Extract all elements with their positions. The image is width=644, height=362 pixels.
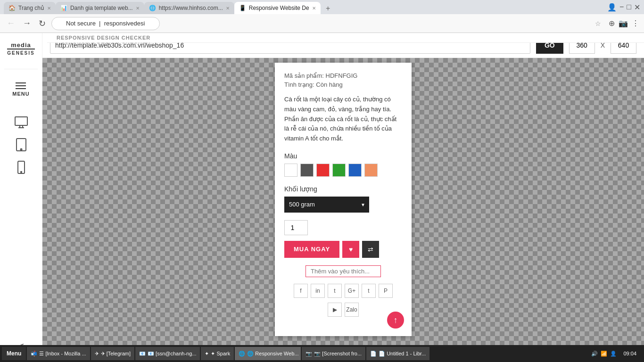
hamburger-line-1 bbox=[16, 82, 26, 83]
tab-favicon: 🏠 bbox=[8, 5, 16, 11]
maximize-button[interactable]: □ bbox=[627, 3, 631, 11]
quantity-input[interactable] bbox=[284, 220, 308, 235]
tab-trang-chu[interactable]: 🏠 Trang chủ ✕ bbox=[4, 2, 56, 14]
new-tab-button[interactable]: + bbox=[322, 3, 334, 14]
address-bar: ← → ↻ 🔒 ☆ ⊕ 📷 ⋮ bbox=[0, 14, 644, 33]
tab-hinhso[interactable]: 🌐 https://www.hinhso.com... ✕ bbox=[144, 2, 234, 14]
checker-brand-bar: RESPONSIVE DESIGN CHECKER bbox=[47, 33, 644, 43]
tab-close-3[interactable]: ✕ bbox=[226, 6, 230, 11]
taskbar-btn-inbox[interactable]: 📬 ☰ [Inbox - Mozilla ... bbox=[27, 347, 90, 360]
toolbar-icons: ⊕ 📷 ⋮ bbox=[609, 19, 639, 28]
taskbar: Menu 📬 ☰ [Inbox - Mozilla ... ✈ ✈ [Teleg… bbox=[0, 345, 644, 362]
address-wrapper: 🔒 ☆ bbox=[51, 17, 605, 30]
taskbar-responsive-icon: 🌐 bbox=[239, 351, 245, 357]
sys-icon-3: 👤 bbox=[610, 351, 617, 357]
back-button[interactable]: ← bbox=[5, 17, 17, 29]
browser-title-bar: 🏠 Trang chủ ✕ 📊 Danh gia template web...… bbox=[0, 0, 644, 14]
compare-button[interactable]: ⇄ bbox=[362, 241, 379, 258]
color-red[interactable] bbox=[316, 164, 330, 177]
close-button[interactable]: ✕ bbox=[634, 3, 640, 12]
content-area: RESPONSIVE DESIGN CHECKER GO X Mã sản ph… bbox=[42, 33, 644, 362]
tab-label-2: Danh gia template web... bbox=[70, 5, 133, 11]
taskbar-spark-icon: ✦ bbox=[205, 351, 209, 357]
weight-select-wrapper: 500 gram ▼ bbox=[284, 197, 369, 213]
taskbar-btn-screenshot[interactable]: 📷 📷 [Screenshot fro... bbox=[302, 347, 365, 360]
forward-button[interactable]: → bbox=[21, 17, 33, 29]
screenshot-icon[interactable]: 📷 bbox=[619, 19, 628, 28]
weight-section: Khối lượng 500 gram ▼ bbox=[284, 185, 402, 213]
code-value: HDFNFGIG bbox=[326, 72, 358, 79]
svg-point-5 bbox=[20, 149, 22, 150]
tab-label-4: Responsive Website De bbox=[249, 5, 309, 11]
user-icon[interactable]: 👤 bbox=[607, 3, 617, 12]
taskbar-libreoffice-icon: 📄 bbox=[370, 351, 377, 357]
linkedin-share-button[interactable]: in bbox=[311, 284, 325, 298]
taskbar-sys-tray: 🔊 📶 👤 09:04 bbox=[589, 351, 642, 357]
taskbar-screenshot-icon: 📷 bbox=[305, 351, 312, 357]
taskbar-start-button[interactable]: Menu bbox=[2, 347, 26, 360]
color-dark-gray[interactable] bbox=[300, 164, 314, 177]
taskbar-btn-responsive[interactable]: 🌐 🌐 Responsive Web... bbox=[235, 347, 301, 360]
status-label: Tình trạng: bbox=[284, 81, 314, 88]
website-frame: Mã sản phẩm: HDFNFGIG Tình trạng: Còn hà… bbox=[275, 63, 412, 336]
color-blue[interactable] bbox=[348, 164, 362, 177]
facebook-share-button[interactable]: f bbox=[294, 284, 308, 298]
wishlist-input[interactable] bbox=[305, 265, 381, 277]
product-description: Cà rốt là một loại cây có củ, thường có … bbox=[284, 95, 402, 144]
color-green[interactable] bbox=[332, 164, 346, 177]
youtube-share-button[interactable]: ▶ bbox=[328, 303, 342, 317]
wishlist-input-row bbox=[284, 265, 402, 277]
up-arrow-icon: ↑ bbox=[394, 315, 398, 325]
svg-point-7 bbox=[20, 172, 21, 173]
desktop-icon[interactable] bbox=[14, 115, 29, 130]
tab-close-2[interactable]: ✕ bbox=[136, 6, 140, 11]
twitter-share-button[interactable]: t bbox=[328, 284, 342, 298]
reload-button[interactable]: ↻ bbox=[37, 17, 48, 30]
logo-media-text: media bbox=[11, 41, 31, 49]
left-sidebar: media GENESIS MENU bbox=[0, 33, 42, 362]
color-orange[interactable] bbox=[364, 164, 378, 177]
taskbar-time: 09:04 bbox=[619, 351, 640, 356]
product-info: Mã sản phẩm: HDFNFGIG Tình trạng: Còn hà… bbox=[284, 72, 402, 317]
taskbar-inbox-label: ☰ [Inbox - Mozilla ... bbox=[39, 351, 86, 357]
tab-favicon-3: 🌐 bbox=[149, 5, 156, 11]
tab-close-4[interactable]: ✕ bbox=[312, 6, 316, 11]
hamburger-icon bbox=[16, 82, 26, 89]
color-swatches bbox=[284, 164, 402, 177]
tumblr-share-button[interactable]: t bbox=[362, 284, 376, 298]
tab-danh-gia[interactable]: 📊 Danh gia template web... ✕ bbox=[56, 2, 144, 14]
tab-responsive[interactable]: 📱 Responsive Website De ✕ bbox=[234, 2, 321, 14]
menu-icon[interactable]: ⋮ bbox=[632, 19, 639, 28]
taskbar-btn-spark[interactable]: ✦ ✦ Spark bbox=[201, 347, 234, 360]
wishlist-heart-button[interactable]: ♥ bbox=[342, 241, 359, 258]
taskbar-telegram-icon: ✈ bbox=[95, 351, 99, 357]
app-container: media GENESIS MENU bbox=[0, 33, 644, 362]
tab-close-1[interactable]: ✕ bbox=[47, 6, 51, 11]
googleplus-share-button[interactable]: G+ bbox=[345, 284, 359, 298]
buy-now-button[interactable]: MUA NGAY bbox=[284, 241, 339, 258]
mobile-icon[interactable] bbox=[14, 160, 29, 175]
weight-select[interactable]: 500 gram bbox=[284, 197, 369, 213]
color-section-label: Màu bbox=[284, 152, 402, 160]
product-code: Mã sản phẩm: HDFNFGIG bbox=[284, 72, 402, 79]
minimize-button[interactable]: − bbox=[619, 3, 624, 11]
taskbar-btn-telegram[interactable]: ✈ ✈ [Telegram] bbox=[91, 347, 134, 360]
taskbar-inbox-icon: 📬 bbox=[31, 351, 37, 357]
pinterest-share-button[interactable]: P bbox=[379, 284, 393, 298]
status-value: Còn hàng bbox=[316, 81, 342, 88]
taskbar-screenshot-label: 📷 [Screenshot fro... bbox=[314, 351, 362, 357]
taskbar-btn-email[interactable]: 📧 📧 [ssn@chanh-ng... bbox=[135, 347, 200, 360]
back-to-top-button[interactable]: ↑ bbox=[387, 312, 404, 329]
address-input[interactable] bbox=[51, 17, 160, 30]
color-white[interactable] bbox=[284, 164, 297, 177]
bookmark-icon[interactable]: ☆ bbox=[595, 20, 601, 27]
taskbar-email-icon: 📧 bbox=[139, 351, 146, 357]
tablet-icon[interactable] bbox=[14, 137, 29, 152]
taskbar-spark-label: ✦ Spark bbox=[211, 351, 230, 357]
taskbar-btn-libreoffice[interactable]: 📄 📄 Untitled 1 - Libr... bbox=[366, 347, 429, 360]
zalo-share-button[interactable]: Zalo bbox=[345, 303, 359, 317]
extensions-icon[interactable]: ⊕ bbox=[609, 19, 615, 28]
checker-brand-label: RESPONSIVE DESIGN CHECKER bbox=[57, 35, 150, 41]
social-share-row-2: ▶ Zalo bbox=[284, 303, 402, 317]
menu-button[interactable]: MENU bbox=[8, 79, 33, 100]
